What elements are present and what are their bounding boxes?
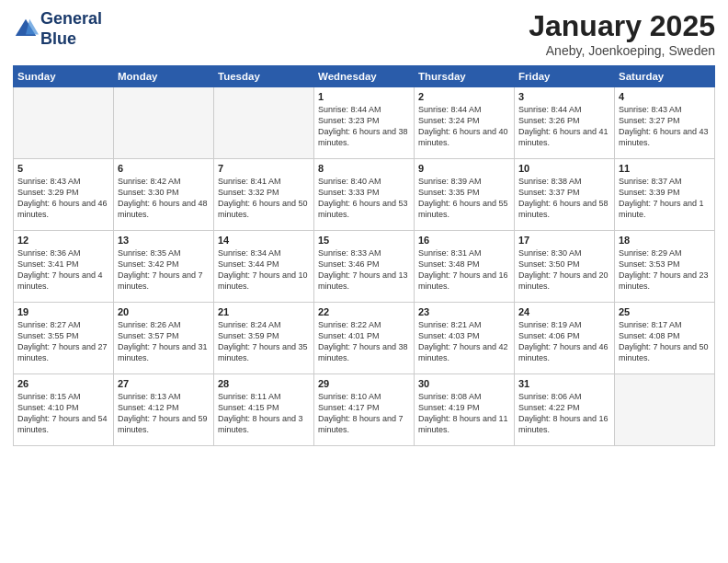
day-cell: 28Sunrise: 8:11 AM Sunset: 4:15 PM Dayli…: [214, 374, 314, 446]
day-number: 23: [418, 306, 510, 317]
logo-line2: Blue: [40, 29, 102, 50]
day-cell: 20Sunrise: 8:26 AM Sunset: 3:57 PM Dayli…: [114, 303, 214, 374]
logo-line1: General: [40, 9, 102, 29]
day-cell: 8Sunrise: 8:40 AM Sunset: 3:33 PM Daylig…: [314, 159, 415, 231]
day-info: Sunrise: 8:06 AM Sunset: 4:22 PM Dayligh…: [518, 391, 610, 436]
day-cell: 12Sunrise: 8:36 AM Sunset: 3:41 PM Dayli…: [14, 231, 114, 303]
col-header-tuesday: Tuesday: [214, 66, 314, 87]
day-number: 25: [619, 306, 711, 317]
day-info: Sunrise: 8:08 AM Sunset: 4:19 PM Dayligh…: [418, 391, 510, 436]
day-cell: 3Sunrise: 8:44 AM Sunset: 3:26 PM Daylig…: [515, 87, 615, 159]
day-info: Sunrise: 8:44 AM Sunset: 3:26 PM Dayligh…: [518, 104, 610, 149]
day-cell: 26Sunrise: 8:15 AM Sunset: 4:10 PM Dayli…: [14, 374, 114, 446]
day-number: 20: [118, 306, 210, 317]
logo-icon: [13, 17, 39, 42]
day-info: Sunrise: 8:29 AM Sunset: 3:53 PM Dayligh…: [619, 247, 711, 293]
day-cell: [14, 87, 114, 159]
day-info: Sunrise: 8:38 AM Sunset: 3:37 PM Dayligh…: [518, 176, 610, 221]
day-number: 4: [619, 91, 711, 102]
col-header-sunday: Sunday: [14, 66, 114, 87]
day-number: 14: [218, 235, 310, 246]
day-info: Sunrise: 8:44 AM Sunset: 3:23 PM Dayligh…: [318, 104, 410, 149]
day-number: 15: [318, 235, 410, 246]
day-cell: 5Sunrise: 8:43 AM Sunset: 3:29 PM Daylig…: [14, 159, 114, 231]
day-cell: 22Sunrise: 8:22 AM Sunset: 4:01 PM Dayli…: [314, 303, 415, 374]
day-info: Sunrise: 8:36 AM Sunset: 3:41 PM Dayligh…: [17, 247, 109, 293]
day-cell: 11Sunrise: 8:37 AM Sunset: 3:39 PM Dayli…: [615, 159, 715, 231]
day-cell: 23Sunrise: 8:21 AM Sunset: 4:03 PM Dayli…: [415, 303, 515, 374]
day-cell: 30Sunrise: 8:08 AM Sunset: 4:19 PM Dayli…: [415, 374, 515, 446]
day-cell: 15Sunrise: 8:33 AM Sunset: 3:46 PM Dayli…: [314, 231, 415, 303]
col-header-monday: Monday: [114, 66, 214, 87]
day-info: Sunrise: 8:19 AM Sunset: 4:06 PM Dayligh…: [518, 319, 610, 364]
day-info: Sunrise: 8:39 AM Sunset: 3:35 PM Dayligh…: [418, 176, 510, 221]
day-cell: 6Sunrise: 8:42 AM Sunset: 3:30 PM Daylig…: [114, 159, 214, 231]
day-info: Sunrise: 8:33 AM Sunset: 3:46 PM Dayligh…: [318, 247, 410, 293]
day-number: 2: [418, 91, 510, 102]
day-cell: 19Sunrise: 8:27 AM Sunset: 3:55 PM Dayli…: [14, 303, 114, 374]
location: Aneby, Joenkoeping, Sweden: [529, 43, 715, 58]
day-info: Sunrise: 8:34 AM Sunset: 3:44 PM Dayligh…: [218, 247, 310, 293]
day-info: Sunrise: 8:27 AM Sunset: 3:55 PM Dayligh…: [17, 319, 109, 364]
day-info: Sunrise: 8:37 AM Sunset: 3:39 PM Dayligh…: [619, 176, 711, 221]
day-info: Sunrise: 8:13 AM Sunset: 4:12 PM Dayligh…: [118, 391, 210, 436]
day-cell: 18Sunrise: 8:29 AM Sunset: 3:53 PM Dayli…: [615, 231, 715, 303]
day-info: Sunrise: 8:22 AM Sunset: 4:01 PM Dayligh…: [318, 319, 410, 364]
day-cell: 9Sunrise: 8:39 AM Sunset: 3:35 PM Daylig…: [415, 159, 515, 231]
day-number: 17: [518, 235, 610, 246]
day-cell: 16Sunrise: 8:31 AM Sunset: 3:48 PM Dayli…: [415, 231, 515, 303]
week-row-2: 5Sunrise: 8:43 AM Sunset: 3:29 PM Daylig…: [14, 159, 715, 231]
day-cell: 14Sunrise: 8:34 AM Sunset: 3:44 PM Dayli…: [214, 231, 314, 303]
day-cell: 27Sunrise: 8:13 AM Sunset: 4:12 PM Dayli…: [114, 374, 214, 446]
day-number: 12: [17, 235, 109, 246]
day-cell: [214, 87, 314, 159]
day-cell: 31Sunrise: 8:06 AM Sunset: 4:22 PM Dayli…: [515, 374, 615, 446]
day-number: 19: [17, 306, 109, 317]
day-number: 10: [518, 163, 610, 174]
day-cell: 25Sunrise: 8:17 AM Sunset: 4:08 PM Dayli…: [615, 303, 715, 374]
day-info: Sunrise: 8:35 AM Sunset: 3:42 PM Dayligh…: [118, 247, 210, 293]
col-header-wednesday: Wednesday: [314, 66, 415, 87]
day-info: Sunrise: 8:15 AM Sunset: 4:10 PM Dayligh…: [17, 391, 109, 436]
day-cell: 2Sunrise: 8:44 AM Sunset: 3:24 PM Daylig…: [415, 87, 515, 159]
day-cell: [615, 374, 715, 446]
day-number: 31: [518, 378, 610, 389]
day-cell: 10Sunrise: 8:38 AM Sunset: 3:37 PM Dayli…: [515, 159, 615, 231]
day-number: 3: [518, 91, 610, 102]
day-number: 9: [418, 163, 510, 174]
day-number: 21: [218, 306, 310, 317]
day-info: Sunrise: 8:21 AM Sunset: 4:03 PM Dayligh…: [418, 319, 510, 364]
day-cell: 7Sunrise: 8:41 AM Sunset: 3:32 PM Daylig…: [214, 159, 314, 231]
day-cell: 29Sunrise: 8:10 AM Sunset: 4:17 PM Dayli…: [314, 374, 415, 446]
day-number: 29: [318, 378, 410, 389]
day-number: 27: [118, 378, 210, 389]
day-number: 24: [518, 306, 610, 317]
day-info: Sunrise: 8:43 AM Sunset: 3:27 PM Dayligh…: [619, 104, 711, 149]
day-cell: 24Sunrise: 8:19 AM Sunset: 4:06 PM Dayli…: [515, 303, 615, 374]
day-cell: 4Sunrise: 8:43 AM Sunset: 3:27 PM Daylig…: [615, 87, 715, 159]
day-info: Sunrise: 8:30 AM Sunset: 3:50 PM Dayligh…: [518, 247, 610, 293]
day-cell: [114, 87, 214, 159]
day-info: Sunrise: 8:26 AM Sunset: 3:57 PM Dayligh…: [118, 319, 210, 364]
day-number: 8: [318, 163, 410, 174]
logo-text: General Blue: [40, 9, 102, 49]
day-info: Sunrise: 8:31 AM Sunset: 3:48 PM Dayligh…: [418, 247, 510, 293]
day-info: Sunrise: 8:10 AM Sunset: 4:17 PM Dayligh…: [318, 391, 410, 436]
day-cell: 17Sunrise: 8:30 AM Sunset: 3:50 PM Dayli…: [515, 231, 615, 303]
title-block: January 2025 Aneby, Joenkoeping, Sweden: [529, 9, 715, 58]
day-number: 18: [619, 235, 711, 246]
day-info: Sunrise: 8:17 AM Sunset: 4:08 PM Dayligh…: [619, 319, 711, 364]
day-number: 1: [318, 91, 410, 102]
col-header-saturday: Saturday: [615, 66, 715, 87]
col-header-friday: Friday: [515, 66, 615, 87]
calendar-header: General Blue January 2025 Aneby, Joenkoe…: [13, 9, 715, 58]
day-info: Sunrise: 8:43 AM Sunset: 3:29 PM Dayligh…: [17, 176, 109, 221]
day-cell: 13Sunrise: 8:35 AM Sunset: 3:42 PM Dayli…: [114, 231, 214, 303]
day-number: 26: [17, 378, 109, 389]
day-info: Sunrise: 8:44 AM Sunset: 3:24 PM Dayligh…: [418, 104, 510, 149]
day-info: Sunrise: 8:40 AM Sunset: 3:33 PM Dayligh…: [318, 176, 410, 221]
day-cell: 21Sunrise: 8:24 AM Sunset: 3:59 PM Dayli…: [214, 303, 314, 374]
day-number: 5: [17, 163, 109, 174]
col-header-thursday: Thursday: [415, 66, 515, 87]
day-number: 30: [418, 378, 510, 389]
